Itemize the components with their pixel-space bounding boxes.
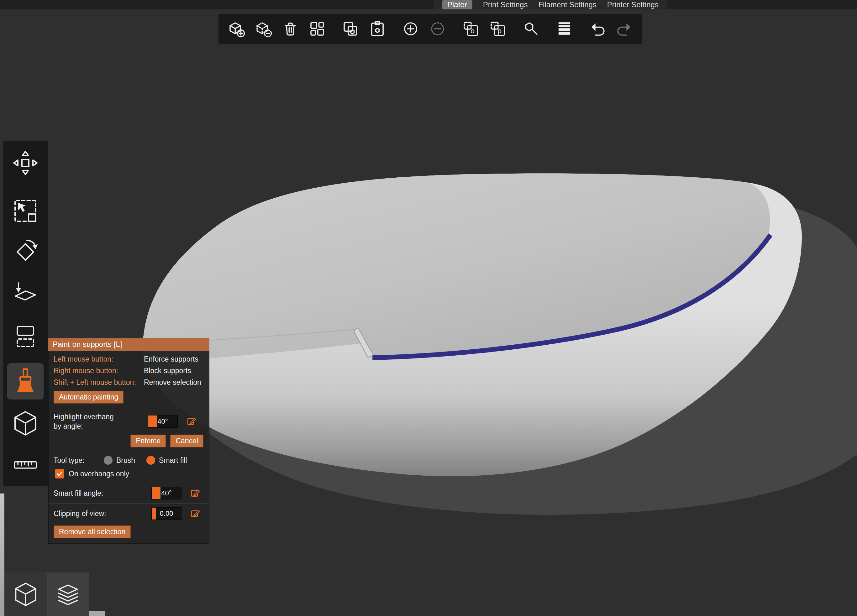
remove-instance-icon <box>428 20 447 38</box>
bed-edge-strip <box>0 494 5 616</box>
hint-key: Shift + Left mouse button: <box>54 378 144 387</box>
redo-icon <box>615 20 634 38</box>
smart-fill-radio-label: Smart fill <box>159 456 187 465</box>
smart-fill-radio[interactable] <box>146 456 155 465</box>
scale-tool-icon[interactable] <box>7 193 43 229</box>
panel-title[interactable]: Paint-on supports [L] <box>48 338 209 351</box>
separator <box>49 503 209 503</box>
edit-pencil-icon[interactable] <box>190 488 201 499</box>
search-icon[interactable] <box>522 20 540 38</box>
move-tool-icon[interactable] <box>7 145 43 181</box>
highlight-overhang-row: Highlight overhang by angle: 40° <box>49 409 209 433</box>
brush-radio[interactable] <box>104 456 113 465</box>
clipping-of-view-label: Clipping of view: <box>54 509 152 518</box>
panel-body: Left mouse button: Enforce supports Righ… <box>48 351 209 543</box>
automatic-painting-button[interactable]: Automatic painting <box>54 391 124 404</box>
cancel-button[interactable]: Cancel <box>170 435 203 448</box>
delete-object-icon[interactable] <box>254 20 272 38</box>
undo-icon[interactable] <box>588 20 606 38</box>
tab-plater[interactable]: Plater <box>442 0 472 9</box>
hint-shift-left-mouse: Shift + Left mouse button: Remove select… <box>49 377 209 388</box>
edit-pencil-icon[interactable] <box>190 508 201 519</box>
hint-value: Remove selection <box>144 378 201 387</box>
hint-value: Block supports <box>144 367 191 375</box>
split-to-parts-icon[interactable]: p <box>489 20 507 38</box>
separator <box>49 483 209 483</box>
remove-all-selection-button[interactable]: Remove all selection <box>54 525 131 538</box>
edit-pencil-icon[interactable] <box>187 416 197 427</box>
split-to-objects-icon[interactable]: o <box>462 20 480 38</box>
clipping-of-view-input[interactable]: 0.00 <box>152 507 181 520</box>
smart-fill-angle-row: Smart fill angle: 40° <box>49 485 209 502</box>
hint-left-mouse: Left mouse button: Enforce supports <box>49 354 209 365</box>
hint-key: Left mouse button: <box>54 355 144 363</box>
add-instance-icon[interactable] <box>402 20 420 38</box>
rotate-tool-icon[interactable] <box>7 234 43 270</box>
arrange-icon[interactable] <box>308 20 326 38</box>
delete-all-icon[interactable] <box>281 20 299 38</box>
on-overhangs-only-row: On overhangs only <box>49 467 209 482</box>
hint-value: Enforce supports <box>144 355 198 363</box>
split-objects-letter: o <box>470 27 475 35</box>
bed-edge-strip-bottom <box>89 611 105 616</box>
measure-tool-icon[interactable] <box>7 449 43 480</box>
tool-type-row: Tool type: Brush Smart fill <box>49 453 209 467</box>
copy-icon[interactable] <box>341 20 359 38</box>
enforce-button[interactable]: Enforce <box>130 435 166 448</box>
paste-icon[interactable] <box>368 20 387 38</box>
cut-tool-icon[interactable] <box>7 319 43 355</box>
tool-type-label: Tool type: <box>54 456 104 465</box>
preview-layers-view-icon[interactable] <box>47 573 89 616</box>
brush-radio-label: Brush <box>116 456 135 465</box>
split-parts-letter: p <box>498 27 501 35</box>
window-top-strip: Plater Print Settings Filament Settings … <box>0 0 857 9</box>
separator <box>49 408 209 408</box>
highlight-overhang-angle-input[interactable]: 40° <box>148 415 178 428</box>
smart-fill-angle-input[interactable]: 40° <box>152 487 181 499</box>
top-toolbar: o p <box>218 14 642 44</box>
hint-right-mouse: Right mouse button: Block supports <box>49 365 209 377</box>
on-overhangs-only-checkbox[interactable] <box>55 469 64 479</box>
smart-fill-angle-label: Smart fill angle: <box>54 489 152 497</box>
highlight-overhang-label: Highlight overhang by angle: <box>54 412 148 431</box>
settings-tabbar: Plater Print Settings Filament Settings … <box>434 0 667 9</box>
paint-on-supports-tool-icon[interactable] <box>7 363 43 400</box>
tab-filament-settings[interactable]: Filament Settings <box>538 0 596 9</box>
tab-print-settings[interactable]: Print Settings <box>483 0 528 9</box>
left-toolbar <box>3 141 48 486</box>
tab-printer-settings[interactable]: Printer Settings <box>607 0 659 9</box>
variable-layer-height-icon[interactable] <box>555 20 573 38</box>
place-on-face-tool-icon[interactable] <box>7 273 43 310</box>
view-toggle-bar <box>5 573 89 616</box>
paint-on-supports-panel: Paint-on supports [L] Left mouse button:… <box>48 338 209 543</box>
editor-3d-view-icon[interactable] <box>5 573 47 616</box>
on-overhangs-only-label: On overhangs only <box>69 470 129 478</box>
separator <box>49 452 209 452</box>
add-object-icon[interactable] <box>227 20 246 38</box>
clipping-of-view-row: Clipping of view: 0.00 <box>49 505 209 522</box>
seam-painting-tool-icon[interactable] <box>7 405 43 442</box>
hint-key: Right mouse button: <box>54 367 144 375</box>
